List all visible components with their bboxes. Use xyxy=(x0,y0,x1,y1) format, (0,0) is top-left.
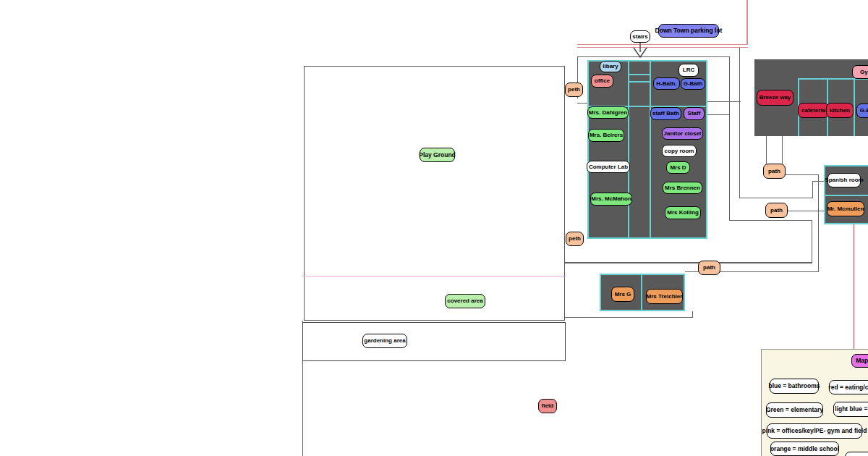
corridor-line xyxy=(729,56,730,221)
parking-road-line xyxy=(577,44,748,45)
room-mrs-d[interactable]: Mrs D xyxy=(666,161,690,174)
corridor-line xyxy=(739,48,740,198)
corridor-line xyxy=(707,101,741,102)
room-spanish[interactable]: Spanish room xyxy=(827,173,861,187)
room-breeze-way[interactable]: Breeze way xyxy=(757,90,793,106)
path-connector xyxy=(788,211,825,211)
room-mrs-mcmahon[interactable]: Mrs. McMahon xyxy=(590,193,632,206)
room-lrc[interactable]: LRC xyxy=(678,64,699,77)
stairs-label[interactable]: stairs xyxy=(630,30,650,43)
fence-line xyxy=(304,276,565,276)
boundary-line xyxy=(577,56,730,57)
building-divider xyxy=(825,195,868,196)
room-staff[interactable]: Staff xyxy=(684,107,705,120)
parking-road-line xyxy=(577,47,748,48)
legend-item-offices: pink = offices/key/PE- gym and field xyxy=(767,423,862,439)
room-h-bath[interactable]: H-Bath. xyxy=(653,77,680,90)
room-mrs-treichler[interactable]: Mrs Treichler xyxy=(646,289,683,304)
boundary-line xyxy=(577,103,588,104)
red-connector-line xyxy=(854,224,854,349)
path-connector xyxy=(729,220,812,221)
room-mr-mcmullen[interactable]: Mr. Mcmullen xyxy=(827,201,864,216)
path-label-center[interactable]: path xyxy=(698,261,720,275)
legend-title: Map key xyxy=(851,354,868,368)
path-connector xyxy=(818,174,819,272)
room-g-bath-2[interactable]: G-Bath xyxy=(856,104,868,118)
room-libary[interactable]: libary xyxy=(600,61,621,72)
room-office[interactable]: office xyxy=(591,75,613,88)
room-kitchen[interactable]: kitchen xyxy=(826,103,854,118)
legend-item-middle-school: orange = middle school xyxy=(770,442,839,456)
gardening-area-label[interactable]: gardening area xyxy=(362,334,407,348)
legend-item-staff: purple = staff xyxy=(845,452,868,456)
parking-road-line xyxy=(746,0,748,45)
room-mrs-dahlgren[interactable]: Mrs. Dahlgren xyxy=(587,106,629,119)
room-mrs-g[interactable]: Mrs G xyxy=(611,287,634,302)
playground-area xyxy=(304,66,565,321)
covered-area-label[interactable]: covered area xyxy=(445,294,485,308)
room-computer-lab[interactable]: Computer Lab xyxy=(587,161,630,173)
breezeway-connector xyxy=(782,136,783,164)
room-staff-bath[interactable]: staff Bath xyxy=(650,107,681,120)
building-divider xyxy=(854,78,855,136)
room-copy-room[interactable]: copy room xyxy=(662,145,697,157)
stairwell-rung xyxy=(628,81,651,83)
room-janitor-closet[interactable]: Janitor closet xyxy=(662,127,703,140)
legend-item-eating: red = eating/cafeteria xyxy=(829,380,868,394)
path-label-right-top[interactable]: path xyxy=(763,164,786,179)
corridor-line xyxy=(739,198,813,198)
building-divider xyxy=(650,62,651,237)
path-label-right-bottom[interactable]: path xyxy=(765,203,788,218)
field-boundary-line xyxy=(565,317,693,318)
stairs-arrow xyxy=(632,41,648,59)
path-connector xyxy=(812,221,812,263)
room-cafeteria[interactable]: cafeteria xyxy=(798,103,829,118)
room-mrs-brennen[interactable]: Mrs Brennen xyxy=(663,182,702,194)
parking-lot-label[interactable]: Down Town parking lot xyxy=(658,24,719,38)
path-connector xyxy=(565,262,812,263)
building-divider xyxy=(628,62,629,237)
field-label[interactable]: field xyxy=(538,399,557,413)
legend-item-elementary: Green = elementary xyxy=(766,402,823,418)
breezeway-connector xyxy=(766,136,767,164)
room-g-bath[interactable]: G-Bath xyxy=(681,78,705,90)
path-label-left-top[interactable]: peth xyxy=(565,83,583,97)
room-mrs-beirers[interactable]: Mrs. Beirers xyxy=(588,129,624,142)
building-divider xyxy=(641,275,642,310)
gardening-area-strip xyxy=(302,322,566,361)
corridor-line xyxy=(707,114,730,115)
legend-item-library: light blue = library xyxy=(833,402,868,417)
path-label-left-bottom[interactable]: peth xyxy=(566,232,584,246)
legend-item-bathrooms: blue = bathrooms xyxy=(770,379,819,394)
room-mrs-kolling[interactable]: Mrs Kolling xyxy=(665,206,701,219)
room-gym[interactable]: Gym xyxy=(852,65,868,79)
corridor-line xyxy=(812,181,813,198)
play-ground-label[interactable]: Play Ground xyxy=(420,148,455,162)
path-connector xyxy=(786,174,819,175)
field-boundary-line xyxy=(692,311,693,318)
stairwell-rung xyxy=(628,74,651,75)
school-map-canvas: stairs Down Town parking lot libary offi… xyxy=(0,0,868,456)
